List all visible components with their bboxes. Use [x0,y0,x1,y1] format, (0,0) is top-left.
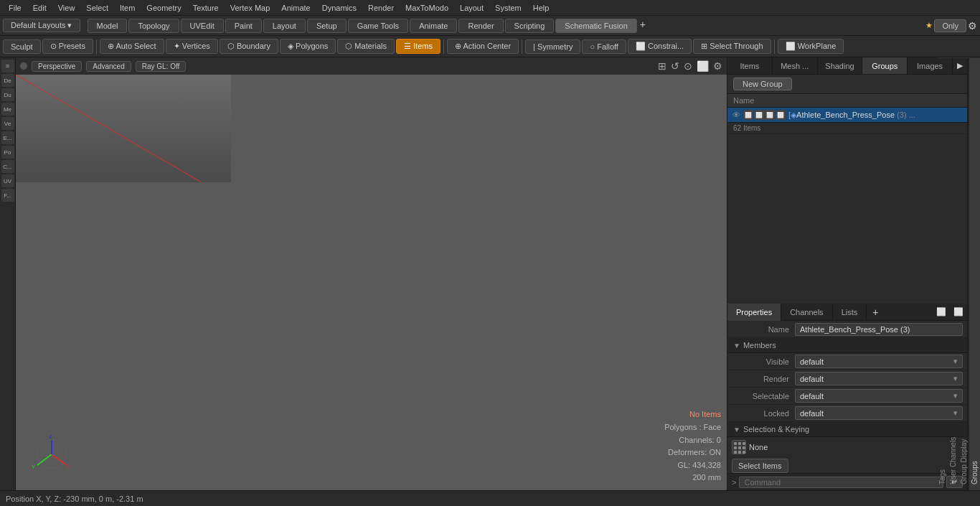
menu-dynamics[interactable]: Dynamics [316,2,362,14]
fr-groups-label[interactable]: Groups [969,57,980,490]
fr-groupdisplay-label[interactable]: Group Display [958,57,969,490]
vertices-button[interactable]: ✦ Vertices [166,39,218,54]
boundary-button[interactable]: ⬡ Boundary [220,39,278,54]
svg-text:Z: Z [49,434,52,440]
tab-groups[interactable]: Groups [862,57,908,74]
render-value: default [800,375,824,383]
tab-model[interactable]: Model [88,19,128,33]
tab-render[interactable]: Render [458,19,503,33]
viewport-icon-1[interactable]: ⊞ [658,60,666,72]
viewport[interactable]: Perspective Advanced Ray GL: Off ⊞ ↺ ⊙ ⬜… [16,57,727,490]
constrain-button[interactable]: ⬜ Constrai... [628,39,692,54]
presets-button[interactable]: ⊙ Presets [42,39,93,54]
tab-animate[interactable]: Animate [410,19,457,33]
svg-rect-0 [16,75,231,182]
sculpt-button[interactable]: Sculpt [3,39,41,54]
menu-edit[interactable]: Edit [27,2,52,14]
menu-maxtomodo[interactable]: MaxToModo [400,2,454,14]
sidebar-item-6[interactable]: Po [1,146,14,159]
autoselect-button[interactable]: ⊕ Auto Select [100,39,164,54]
prop-tab-properties[interactable]: Properties [727,304,781,321]
dot2 [738,442,741,445]
menu-item[interactable]: Item [114,2,141,14]
sidebar-item-8[interactable]: UV [1,174,14,187]
sidebar-item-3[interactable]: Me [1,103,14,116]
add-prop-tab-button[interactable]: + [867,306,884,318]
prop-tab-lists[interactable]: Lists [833,304,867,321]
raygl-button[interactable]: Ray GL: Off [136,61,187,72]
svg-text:Y: Y [32,464,36,470]
tab-schematic[interactable]: Schematic Fusion [555,19,636,33]
fr-tags-label[interactable]: Tags [937,57,948,490]
selection-keying-header[interactable]: ▼ Selection & Keying [727,422,967,437]
items-button[interactable]: ☰ Items [396,39,440,54]
toolbar2: Sculpt ⊙ Presets ⊕ Auto Select ✦ Vertice… [0,36,980,57]
sidebar-item-4[interactable]: Ve [1,117,14,130]
sm-icon-1: ⬜ [743,110,753,120]
menu-vertexmap[interactable]: Vertex Map [225,2,276,14]
menu-bar: File Edit View Select Item Geometry Text… [0,0,980,16]
layouts-dropdown[interactable]: Default Layouts ▾ [3,19,80,32]
menu-select[interactable]: Select [80,2,114,14]
actioncenter-button[interactable]: ⊕ Action Center [447,39,519,54]
menu-file[interactable]: File [3,2,27,14]
menu-system[interactable]: System [489,2,527,14]
tab-topology[interactable]: Topology [128,19,179,33]
tab-shading[interactable]: Shading [818,57,863,74]
menu-texture[interactable]: Texture [187,2,225,14]
tab-uvedit[interactable]: UVEdit [181,19,224,33]
dot8 [738,451,741,454]
tab-scripting[interactable]: Scripting [505,19,555,33]
tab-setup[interactable]: Setup [307,19,347,33]
section-arrow: ▼ [733,342,740,350]
only-button[interactable]: Only [934,19,966,32]
groups-header: New Group [727,75,967,94]
add-tab-button[interactable]: + [640,19,646,33]
menu-view[interactable]: View [52,2,81,14]
viewport-expand-icon[interactable]: ⬜ [697,60,709,72]
viewport-icon-3[interactable]: ⊙ [684,60,692,72]
viewport-toolbar: Perspective Advanced Ray GL: Off ⊞ ↺ ⊙ ⬜… [16,57,727,75]
menu-help[interactable]: Help [527,2,555,14]
eye-icon[interactable]: 👁 [730,109,742,121]
prop-tab-channels[interactable]: Channels [781,304,832,321]
viewport-settings-icon[interactable]: ⚙ [713,60,722,72]
menu-animate[interactable]: Animate [275,2,316,14]
tab-mesh[interactable]: Mesh ... [773,57,818,74]
fr-userchannels-label[interactable]: User Channels [948,57,958,490]
tab-paint[interactable]: Paint [225,19,262,33]
sidebar-item-5[interactable]: E... [1,131,14,144]
new-group-button[interactable]: New Group [733,78,792,90]
sidebar-item-9[interactable]: F... [1,189,14,202]
dot6 [743,446,745,449]
command-input[interactable] [739,477,943,488]
menu-render[interactable]: Render [362,2,400,14]
workplane-button[interactable]: ⬜ WorkPlane [778,39,844,54]
gear-icon[interactable]: ⚙ [968,20,977,32]
members-section-header[interactable]: ▼ Members [727,338,967,353]
symmetry-button[interactable]: | Symmetry [525,39,580,54]
axes-indicator: X Y Z [30,433,73,476]
menu-geometry[interactable]: Geometry [141,2,187,14]
selectthrough-button[interactable]: ⊞ Select Through [693,39,771,54]
perspective-button[interactable]: Perspective [32,61,82,72]
menu-layout[interactable]: Layout [454,2,489,14]
select-items-button[interactable]: Select Items [732,459,788,473]
tab-layout[interactable]: Layout [263,19,306,33]
materials-button[interactable]: ⬡ Materials [337,39,395,54]
tab-gametools[interactable]: Game Tools [348,19,409,33]
star-icon: ★ [925,21,933,30]
sidebar-toggle[interactable]: ≡ [1,60,14,72]
falloff-button[interactable]: ○ Falloff [582,39,626,54]
sidebar-item-2[interactable]: Du [1,88,14,101]
visible-prop-row: Visible default ▾ [727,353,967,370]
sidebar-item-7[interactable]: C... [1,160,14,173]
advanced-button[interactable]: Advanced [86,61,131,72]
viewport-icon-2[interactable]: ↺ [671,60,679,72]
group-item-0[interactable]: 👁 ⬜ ⬜ ⬜ ⬜ [ ◈ Athlete_Bench_Press_Pose (… [727,108,967,123]
sk-section-arrow: ▼ [733,426,740,434]
tab-items[interactable]: Items [727,57,773,74]
sidebar-item-1[interactable]: De [1,74,14,87]
select-items-row: Select Items [727,457,967,473]
polygons-button[interactable]: ◈ Polygons [280,39,336,54]
